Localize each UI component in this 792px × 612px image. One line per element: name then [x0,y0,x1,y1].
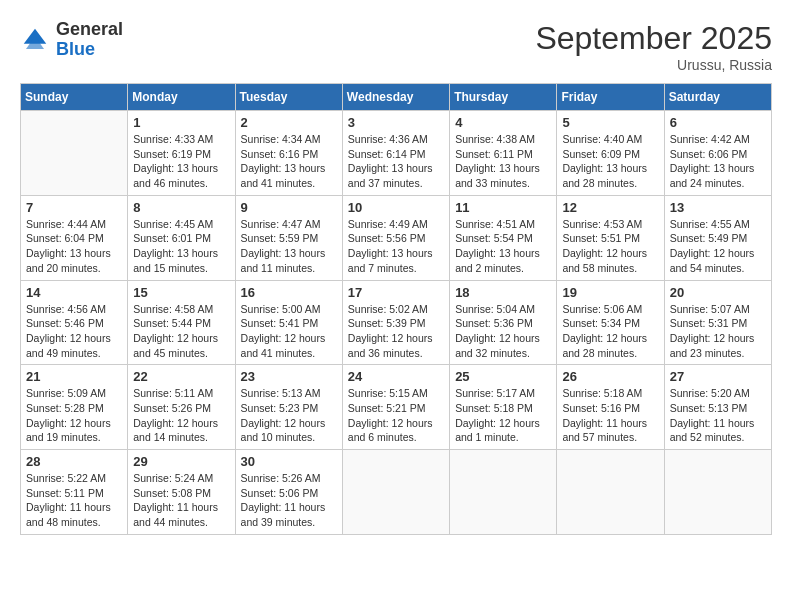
calendar-cell: 11Sunrise: 4:51 AM Sunset: 5:54 PM Dayli… [450,195,557,280]
calendar-cell: 13Sunrise: 4:55 AM Sunset: 5:49 PM Dayli… [664,195,771,280]
calendar-cell [557,450,664,535]
weekday-tuesday: Tuesday [235,84,342,111]
weekday-friday: Friday [557,84,664,111]
day-number: 24 [348,369,444,384]
calendar-cell: 16Sunrise: 5:00 AM Sunset: 5:41 PM Dayli… [235,280,342,365]
day-number: 3 [348,115,444,130]
day-number: 28 [26,454,122,469]
day-info: Sunrise: 5:04 AM Sunset: 5:36 PM Dayligh… [455,302,551,361]
day-info: Sunrise: 4:47 AM Sunset: 5:59 PM Dayligh… [241,217,337,276]
calendar-cell: 12Sunrise: 4:53 AM Sunset: 5:51 PM Dayli… [557,195,664,280]
day-info: Sunrise: 5:20 AM Sunset: 5:13 PM Dayligh… [670,386,766,445]
day-number: 17 [348,285,444,300]
day-number: 11 [455,200,551,215]
calendar-cell: 26Sunrise: 5:18 AM Sunset: 5:16 PM Dayli… [557,365,664,450]
day-number: 10 [348,200,444,215]
day-info: Sunrise: 4:51 AM Sunset: 5:54 PM Dayligh… [455,217,551,276]
day-number: 16 [241,285,337,300]
day-info: Sunrise: 5:17 AM Sunset: 5:18 PM Dayligh… [455,386,551,445]
calendar-cell: 15Sunrise: 4:58 AM Sunset: 5:44 PM Dayli… [128,280,235,365]
calendar-week-1: 1Sunrise: 4:33 AM Sunset: 6:19 PM Daylig… [21,111,772,196]
day-number: 2 [241,115,337,130]
calendar-week-5: 28Sunrise: 5:22 AM Sunset: 5:11 PM Dayli… [21,450,772,535]
day-number: 14 [26,285,122,300]
calendar-cell: 25Sunrise: 5:17 AM Sunset: 5:18 PM Dayli… [450,365,557,450]
weekday-header-row: SundayMondayTuesdayWednesdayThursdayFrid… [21,84,772,111]
calendar-cell: 19Sunrise: 5:06 AM Sunset: 5:34 PM Dayli… [557,280,664,365]
day-number: 5 [562,115,658,130]
calendar-cell: 2Sunrise: 4:34 AM Sunset: 6:16 PM Daylig… [235,111,342,196]
calendar-cell: 10Sunrise: 4:49 AM Sunset: 5:56 PM Dayli… [342,195,449,280]
day-info: Sunrise: 4:56 AM Sunset: 5:46 PM Dayligh… [26,302,122,361]
day-number: 26 [562,369,658,384]
day-info: Sunrise: 4:38 AM Sunset: 6:11 PM Dayligh… [455,132,551,191]
calendar-cell: 4Sunrise: 4:38 AM Sunset: 6:11 PM Daylig… [450,111,557,196]
day-number: 27 [670,369,766,384]
day-info: Sunrise: 5:15 AM Sunset: 5:21 PM Dayligh… [348,386,444,445]
day-number: 19 [562,285,658,300]
calendar-table: SundayMondayTuesdayWednesdayThursdayFrid… [20,83,772,535]
calendar-week-2: 7Sunrise: 4:44 AM Sunset: 6:04 PM Daylig… [21,195,772,280]
day-info: Sunrise: 4:58 AM Sunset: 5:44 PM Dayligh… [133,302,229,361]
day-info: Sunrise: 5:06 AM Sunset: 5:34 PM Dayligh… [562,302,658,361]
calendar-cell [342,450,449,535]
calendar-cell: 22Sunrise: 5:11 AM Sunset: 5:26 PM Dayli… [128,365,235,450]
day-info: Sunrise: 4:33 AM Sunset: 6:19 PM Dayligh… [133,132,229,191]
day-info: Sunrise: 5:11 AM Sunset: 5:26 PM Dayligh… [133,386,229,445]
day-info: Sunrise: 5:02 AM Sunset: 5:39 PM Dayligh… [348,302,444,361]
calendar-cell: 28Sunrise: 5:22 AM Sunset: 5:11 PM Dayli… [21,450,128,535]
day-info: Sunrise: 4:45 AM Sunset: 6:01 PM Dayligh… [133,217,229,276]
calendar-cell: 7Sunrise: 4:44 AM Sunset: 6:04 PM Daylig… [21,195,128,280]
day-info: Sunrise: 5:18 AM Sunset: 5:16 PM Dayligh… [562,386,658,445]
day-number: 4 [455,115,551,130]
logo-icon [20,25,50,55]
calendar-cell: 24Sunrise: 5:15 AM Sunset: 5:21 PM Dayli… [342,365,449,450]
title-block: September 2025 Urussu, Russia [535,20,772,73]
calendar-cell: 23Sunrise: 5:13 AM Sunset: 5:23 PM Dayli… [235,365,342,450]
day-number: 9 [241,200,337,215]
location: Urussu, Russia [535,57,772,73]
day-info: Sunrise: 5:13 AM Sunset: 5:23 PM Dayligh… [241,386,337,445]
calendar-cell: 1Sunrise: 4:33 AM Sunset: 6:19 PM Daylig… [128,111,235,196]
calendar-cell [664,450,771,535]
day-info: Sunrise: 4:42 AM Sunset: 6:06 PM Dayligh… [670,132,766,191]
calendar-cell [450,450,557,535]
calendar-cell: 29Sunrise: 5:24 AM Sunset: 5:08 PM Dayli… [128,450,235,535]
day-number: 29 [133,454,229,469]
day-number: 25 [455,369,551,384]
day-number: 21 [26,369,122,384]
calendar-cell: 18Sunrise: 5:04 AM Sunset: 5:36 PM Dayli… [450,280,557,365]
day-info: Sunrise: 5:24 AM Sunset: 5:08 PM Dayligh… [133,471,229,530]
calendar-cell: 3Sunrise: 4:36 AM Sunset: 6:14 PM Daylig… [342,111,449,196]
day-info: Sunrise: 4:49 AM Sunset: 5:56 PM Dayligh… [348,217,444,276]
calendar-week-4: 21Sunrise: 5:09 AM Sunset: 5:28 PM Dayli… [21,365,772,450]
weekday-monday: Monday [128,84,235,111]
day-number: 12 [562,200,658,215]
day-number: 1 [133,115,229,130]
day-info: Sunrise: 5:00 AM Sunset: 5:41 PM Dayligh… [241,302,337,361]
calendar-cell: 5Sunrise: 4:40 AM Sunset: 6:09 PM Daylig… [557,111,664,196]
day-number: 13 [670,200,766,215]
calendar-cell: 8Sunrise: 4:45 AM Sunset: 6:01 PM Daylig… [128,195,235,280]
weekday-saturday: Saturday [664,84,771,111]
day-info: Sunrise: 4:36 AM Sunset: 6:14 PM Dayligh… [348,132,444,191]
day-info: Sunrise: 5:22 AM Sunset: 5:11 PM Dayligh… [26,471,122,530]
day-number: 15 [133,285,229,300]
page-header: General Blue September 2025 Urussu, Russ… [20,20,772,73]
day-number: 20 [670,285,766,300]
calendar-cell: 6Sunrise: 4:42 AM Sunset: 6:06 PM Daylig… [664,111,771,196]
logo: General Blue [20,20,123,60]
calendar-cell: 27Sunrise: 5:20 AM Sunset: 5:13 PM Dayli… [664,365,771,450]
day-info: Sunrise: 4:44 AM Sunset: 6:04 PM Dayligh… [26,217,122,276]
day-number: 23 [241,369,337,384]
day-info: Sunrise: 4:40 AM Sunset: 6:09 PM Dayligh… [562,132,658,191]
day-info: Sunrise: 5:09 AM Sunset: 5:28 PM Dayligh… [26,386,122,445]
day-info: Sunrise: 4:34 AM Sunset: 6:16 PM Dayligh… [241,132,337,191]
calendar-body: 1Sunrise: 4:33 AM Sunset: 6:19 PM Daylig… [21,111,772,535]
day-number: 30 [241,454,337,469]
calendar-cell: 21Sunrise: 5:09 AM Sunset: 5:28 PM Dayli… [21,365,128,450]
day-number: 22 [133,369,229,384]
calendar-cell: 17Sunrise: 5:02 AM Sunset: 5:39 PM Dayli… [342,280,449,365]
logo-text: General Blue [56,20,123,60]
day-number: 18 [455,285,551,300]
